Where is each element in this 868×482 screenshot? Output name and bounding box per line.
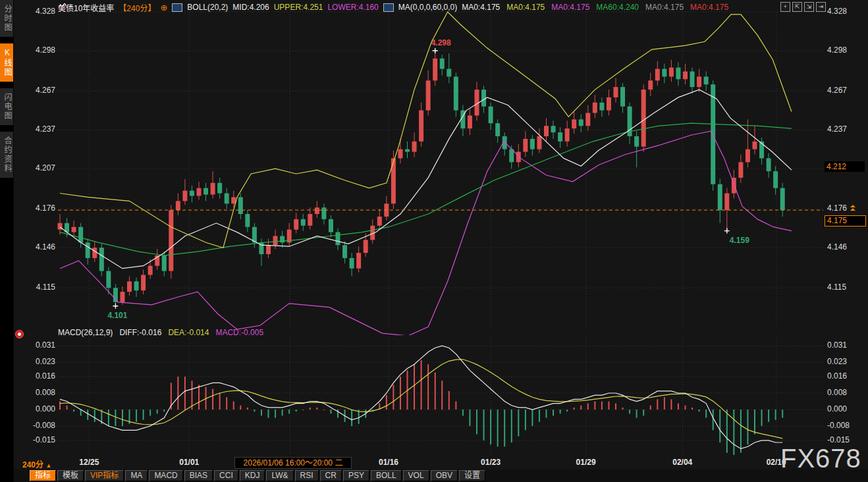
macd-axis-label-left: 0.000 (24, 404, 55, 414)
macd-axis-label-right: 0.016 (827, 371, 847, 381)
crosshair-date-readout: 2026/01/06 16:00～20:00 二 (234, 457, 352, 469)
low-price-label-1: 4.101 (107, 311, 127, 320)
toolbar-button-CCI[interactable]: CCI (214, 470, 238, 481)
ma-indicator-icon[interactable] (383, 3, 394, 12)
y-axis-label-right: 4.146 (827, 242, 847, 252)
mid-line-price-marker: 4.212 (825, 161, 865, 172)
indicator-toolbar: 指标模板VIP指标MAMACDBIASCCIKDJLW&RSICRPSYBOLL… (14, 469, 868, 482)
chart-application-window: 分时图K线图闪电图合约资料 美债10年收益率 【240分】 ⊕ BOLL(20,… (0, 0, 868, 482)
y-axis-label-left: 4.328 (24, 7, 55, 16)
macd-axis-label-right: -0.015 (827, 435, 850, 444)
toolbar-button-OBV[interactable]: OBV (431, 470, 458, 481)
y-axis-label-left: 4.207 (24, 163, 55, 173)
low-price-label-2: 4.159 (730, 236, 749, 245)
x-axis-date-label: 12/25 (68, 458, 110, 467)
pop-out-icon[interactable]: ⇥ (816, 2, 826, 12)
macd-axis-label-left: 0.031 (24, 340, 55, 350)
macd-axis-label-right: 0.000 (827, 404, 847, 414)
ma-value: MA0:4.175 (462, 3, 500, 12)
toolbar-button-设置[interactable]: 设置 (459, 470, 485, 481)
link-target-icon[interactable]: ⊕ (160, 3, 167, 12)
toolbar-button-指标[interactable]: 指标 (30, 470, 56, 481)
boll-mid-value: MID:4.206 (232, 3, 269, 12)
y-axis-label-right: 4.267 (827, 86, 847, 95)
ma-params: MA(0,0,0,60,0,0) (398, 3, 457, 12)
toolbar-button-模板[interactable]: 模板 (57, 470, 84, 481)
last-price-marker: 4.175 (825, 215, 866, 227)
chart-header: 美债10年收益率 【240分】 ⊕ BOLL(20,2) MID:4.206 U… (58, 2, 728, 13)
boll-upper-value: UPPER:4.251 (274, 3, 323, 12)
period-tag: 【240分】 (119, 2, 155, 13)
y-axis-label-left: 4.176 (24, 203, 55, 213)
macd-axis-label-left: -0.008 (24, 421, 55, 430)
boll-lower-value: LOWER:4.160 (327, 3, 378, 12)
macd-value: MACD:-0.005 (215, 328, 263, 337)
ma-value: MA0:4.175 (645, 3, 684, 12)
toolbar-button-VOL[interactable]: VOL (403, 470, 429, 481)
toolbar-button-VIP指标[interactable]: VIP指标 (85, 470, 124, 481)
macd-axis-label-left: 0.016 (24, 371, 55, 381)
ma-value: MA0:4.175 (690, 3, 728, 12)
macd-dea-value: DEA:-0.014 (168, 328, 209, 337)
toolbar-button-RSI[interactable]: RSI (295, 470, 319, 481)
toolbar-button-KDJ[interactable]: KDJ (240, 470, 265, 481)
boll-params: BOLL(20,2) (187, 3, 228, 12)
x-axis-date-label: 01/16 (367, 458, 410, 467)
chart-window-controls: +⇱⇲⇥ (780, 2, 826, 12)
y-axis-label-right: 4.237 (827, 124, 847, 134)
macd-axis-label-right: 0.023 (827, 357, 847, 366)
grid-cross-icon[interactable]: + (780, 2, 790, 12)
macd-axis-label-right: 0.031 (827, 340, 847, 350)
ma-value: MA60:4.240 (596, 3, 639, 12)
y-axis-label-right: 4.176 (827, 203, 847, 213)
ma-value: MA0:4.175 (551, 3, 589, 12)
macd-diff-value: DIFF:-0.016 (119, 328, 161, 337)
toolbar-button-LW&[interactable]: LW& (266, 470, 293, 481)
toolbar-button-PSY[interactable]: PSY (343, 470, 369, 481)
zoom-in-chart-icon[interactable]: ⇱ (792, 2, 802, 12)
toolbar-button-MA[interactable]: MA (125, 470, 148, 481)
x-axis-date-label: 01/29 (565, 458, 607, 467)
macd-axis-label-left: 0.023 (24, 357, 55, 366)
x-axis-date-label: 02/04 (661, 458, 703, 467)
y-axis-label-left: 4.146 (24, 242, 55, 252)
macd-header: MACD(26,12,9) DIFF:-0.016 DEA:-0.014 MAC… (58, 328, 263, 337)
x-axis-date-label: 01/23 (470, 458, 512, 467)
macd-axis-label-right: 0.008 (827, 388, 847, 397)
y-axis-label-right: 4.328 (827, 7, 847, 16)
ma-value: MA0:4.175 (506, 3, 545, 12)
toolbar-button-BIAS[interactable]: BIAS (184, 470, 213, 481)
y-axis-label-left: 4.115 (24, 282, 55, 292)
toolbar-button-MACD[interactable]: MACD (149, 470, 182, 481)
expand-arrow-icon: ▲ (45, 462, 51, 469)
timeframe-label[interactable]: 240分 ▲ (22, 458, 51, 469)
high-price-label: 4.298 (431, 38, 451, 47)
macd-axis-label-left: 0.008 (24, 388, 55, 397)
y-axis-label-left: 4.237 (24, 124, 55, 134)
y-axis-label-left: 4.267 (24, 86, 55, 95)
x-axis-date-label: 01/01 (168, 458, 210, 467)
toolbar-button-BOLL[interactable]: BOLL (371, 470, 402, 481)
indicator-settings-icon[interactable] (15, 330, 24, 338)
toolbar-button-CR[interactable]: CR (320, 470, 342, 481)
zoom-out-chart-icon[interactable]: ⇲ (804, 2, 814, 12)
macd-axis-label-right: -0.008 (827, 421, 850, 430)
y-axis-label-right: 4.115 (827, 282, 846, 292)
boll-indicator-icon[interactable] (172, 3, 182, 12)
macd-params: MACD(26,12,9) (58, 328, 113, 337)
y-axis-label-left: 4.298 (24, 45, 55, 55)
y-axis-label-right: 4.298 (827, 45, 847, 55)
macd-axis-label-left: -0.015 (24, 435, 55, 444)
